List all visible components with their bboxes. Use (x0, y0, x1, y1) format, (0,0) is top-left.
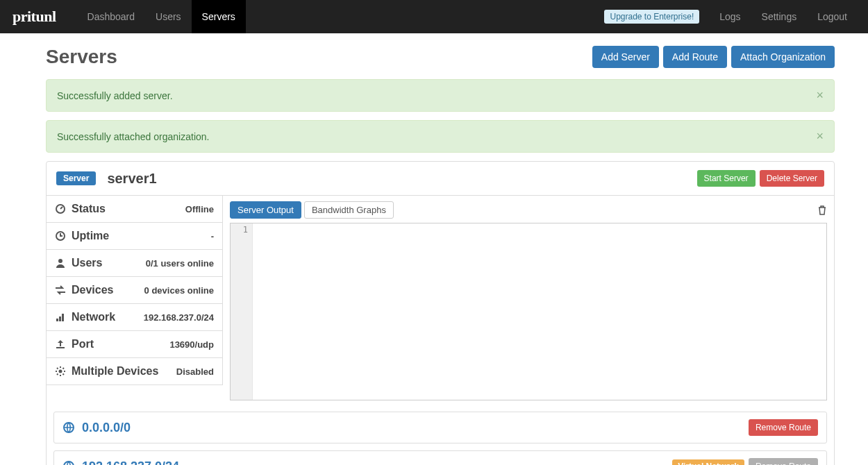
page-title: Servers (46, 46, 117, 68)
stat-port: Port 13690/udp (47, 331, 223, 358)
tab-server-output[interactable]: Server Output (230, 201, 301, 219)
nav-right: Upgrade to Enterprise! Logs Settings Log… (604, 0, 858, 33)
console-gutter: 1 (231, 223, 253, 400)
stat-label: Status (72, 203, 106, 215)
stat-label: Devices (72, 284, 114, 296)
nav-dashboard[interactable]: Dashboard (77, 0, 146, 33)
add-server-button[interactable]: Add Server (592, 46, 659, 68)
start-server-button[interactable]: Start Server (697, 170, 756, 187)
stat-multiple-devices: Multiple Devices Disabled (47, 358, 223, 385)
upload-icon (55, 339, 67, 350)
route-cidr: 192.168.237.0/24 (82, 459, 179, 466)
nav-users[interactable]: Users (145, 0, 192, 33)
svg-point-7 (59, 370, 62, 373)
stat-network: Network 192.168.237.0/24 (47, 304, 223, 331)
close-icon[interactable]: × (816, 129, 824, 144)
upgrade-badge[interactable]: Upgrade to Enterprise! (604, 10, 699, 24)
top-navbar: pritunl Dashboard Users Servers Upgrade … (0, 0, 868, 33)
close-icon[interactable]: × (816, 88, 824, 103)
add-route-button[interactable]: Add Route (663, 46, 727, 68)
server-output-area: Server Output Bandwidth Graphs 1 (223, 196, 834, 407)
stat-value: Disabled (176, 366, 214, 377)
stat-devices: Devices 0 devices online (47, 277, 223, 304)
stat-value: 192.168.237.0/24 (144, 312, 214, 323)
svg-rect-4 (56, 319, 58, 321)
nav-settings[interactable]: Settings (751, 0, 808, 33)
dashboard-icon (55, 203, 67, 214)
svg-rect-5 (59, 316, 61, 321)
svg-rect-6 (62, 314, 64, 321)
remove-route-button[interactable]: Remove Route (749, 419, 818, 436)
tab-bandwidth-graphs[interactable]: Bandwidth Graphs (304, 201, 394, 219)
nav-logs[interactable]: Logs (709, 0, 751, 33)
svg-line-1 (60, 207, 62, 209)
stat-status: Status Offline (47, 196, 223, 223)
svg-point-3 (58, 259, 62, 263)
route-row: 0.0.0.0/0 Remove Route (53, 412, 827, 443)
alert-text: Successfully attached organization. (57, 131, 209, 142)
stat-value: Offline (185, 204, 214, 214)
server-panel-header: Server server1 Start Server Delete Serve… (47, 162, 834, 196)
devices-icon (55, 285, 67, 296)
stat-label: Multiple Devices (72, 365, 158, 378)
routes-list: 0.0.0.0/0 Remove Route 192.168.237.0/24 … (47, 407, 834, 465)
user-icon (55, 257, 67, 269)
attach-organization-button[interactable]: Attach Organization (731, 46, 835, 68)
alert-text: Successfully added server. (57, 90, 173, 101)
alert-success: Successfully added server. × (46, 79, 835, 112)
virtual-network-badge: Virtual Network (672, 459, 744, 465)
nav-left: Dashboard Users Servers (77, 0, 246, 33)
server-output-console[interactable]: 1 (230, 223, 827, 400)
stat-label: Users (72, 257, 102, 269)
stat-label: Network (72, 311, 115, 323)
gear-icon (55, 366, 67, 377)
server-tag: Server (56, 171, 96, 185)
stat-users: Users 0/1 users online (47, 250, 223, 277)
stat-value: 0 devices online (144, 285, 214, 296)
stat-value: - (211, 231, 214, 242)
stat-value: 0/1 users online (146, 258, 214, 269)
stat-label: Uptime (72, 230, 109, 242)
nav-logout[interactable]: Logout (807, 0, 858, 33)
server-stats: Status Offline Uptime - Users 0/1 users … (47, 196, 223, 407)
server-panel: Server server1 Start Server Delete Serve… (46, 161, 835, 465)
delete-server-button[interactable]: Delete Server (760, 170, 824, 187)
trash-icon[interactable] (817, 205, 827, 215)
remove-route-button[interactable]: Remove Route (749, 458, 818, 465)
route-cidr: 0.0.0.0/0 (82, 421, 131, 435)
globe-icon (62, 460, 75, 465)
stat-uptime: Uptime - (47, 223, 223, 250)
brand-logo: pritunl (0, 8, 77, 26)
stat-label: Port (72, 338, 94, 350)
console-body (253, 223, 826, 400)
route-row: 192.168.237.0/24 Virtual Network Remove … (53, 450, 827, 465)
page-header: Servers Add Server Add Route Attach Orga… (46, 46, 835, 68)
clock-icon (55, 230, 67, 242)
stat-value: 13690/udp (169, 339, 214, 350)
signal-icon (55, 312, 67, 323)
alert-success: Successfully attached organization. × (46, 120, 835, 153)
globe-icon (62, 421, 75, 434)
server-name: server1 (107, 171, 156, 187)
nav-servers[interactable]: Servers (192, 0, 246, 33)
